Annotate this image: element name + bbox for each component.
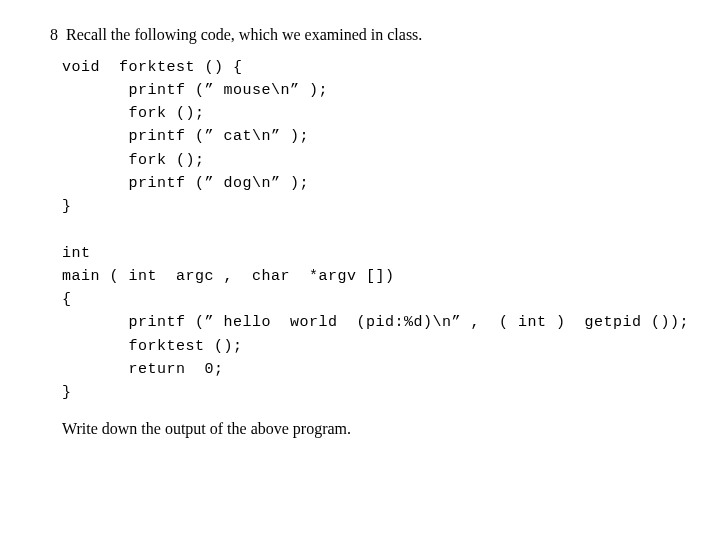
question-number: 8 [40, 24, 58, 46]
code-line: { [62, 291, 72, 308]
code-line: main ( int argc , char *argv []) [62, 268, 395, 285]
code-line: void forktest () { [62, 59, 243, 76]
code-line: fork (); [62, 105, 205, 122]
code-line: printf (” dog\n” ); [62, 175, 309, 192]
code-line: } [62, 198, 72, 215]
code-line: return 0; [62, 361, 224, 378]
code-block: void forktest () { printf (” mouse\n” );… [62, 56, 666, 405]
code-line: int [62, 245, 91, 262]
code-line: fork (); [62, 152, 205, 169]
question-prompt: Recall the following code, which we exam… [66, 26, 422, 43]
code-line: printf (” mouse\n” ); [62, 82, 328, 99]
code-line: } [62, 384, 72, 401]
question-body: Recall the following code, which we exam… [66, 24, 666, 46]
followup-instruction: Write down the output of the above progr… [62, 418, 666, 440]
question-row: 8 Recall the following code, which we ex… [40, 24, 666, 46]
code-line: printf (” cat\n” ); [62, 128, 309, 145]
code-line: printf (” hello world (pid:%d)\n” , ( in… [62, 314, 689, 331]
code-line: forktest (); [62, 338, 243, 355]
